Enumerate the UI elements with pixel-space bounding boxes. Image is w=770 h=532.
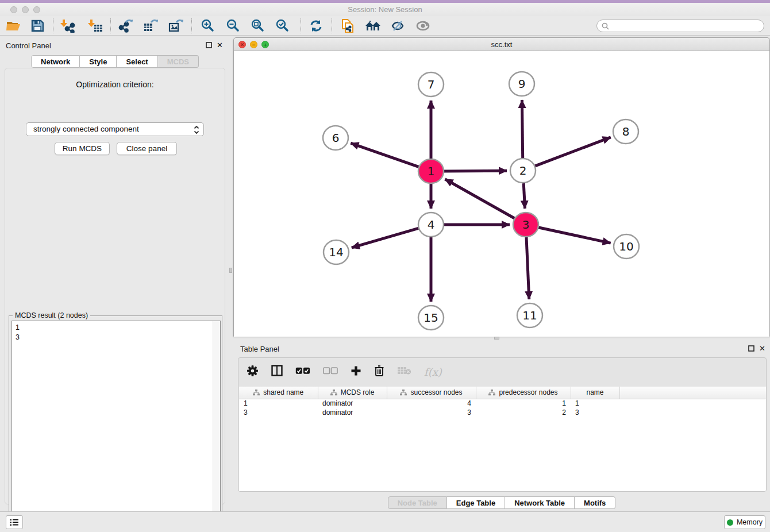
table-header-row: shared name MCDS role successor nodes pr…	[239, 387, 767, 399]
import-network-icon[interactable]	[58, 18, 78, 34]
column-header-name[interactable]: name	[571, 387, 619, 399]
hide-details-icon[interactable]	[388, 18, 407, 34]
optimization-criterion-select[interactable]: strongly connected component	[26, 122, 204, 136]
svg-text:9: 9	[518, 77, 526, 91]
tab-edge-table[interactable]: Edge Table	[447, 496, 505, 509]
toolbar-separator	[301, 18, 301, 33]
mcds-result-box: MCDS result (2 nodes) 1 3	[9, 315, 222, 532]
import-table-icon[interactable]	[86, 18, 105, 34]
settings-gear-icon[interactable]	[247, 365, 259, 379]
open-file-icon[interactable]	[3, 18, 23, 34]
graph-edge-3-10[interactable]	[538, 228, 611, 243]
table-row[interactable]: 1dominator411	[239, 399, 767, 408]
mcds-result-text: 1 3	[16, 323, 20, 342]
toolbar-separator	[191, 18, 192, 33]
graph-node-9[interactable]: 9	[509, 72, 534, 96]
search-input[interactable]	[609, 21, 764, 31]
graph-edge-3-1[interactable]	[445, 179, 514, 219]
memory-button[interactable]: Memory	[724, 515, 765, 529]
svg-text:1: 1	[428, 164, 435, 178]
graph-node-2[interactable]: 2	[510, 159, 536, 183]
graph-node-14[interactable]: 14	[324, 240, 349, 264]
column-header-shared-name[interactable]: shared name	[239, 387, 318, 399]
tab-style[interactable]: Style	[80, 55, 117, 68]
control-panel-title: Control Panel	[6, 41, 51, 50]
refresh-layout-icon[interactable]	[306, 18, 326, 34]
graph-node-7[interactable]: 7	[418, 72, 444, 97]
graph-node-10[interactable]: 10	[614, 234, 639, 259]
graph-edge-1-2[interactable]	[444, 171, 507, 171]
column-layout-icon[interactable]	[271, 365, 283, 379]
function-builder-icon: f(x)	[424, 366, 442, 378]
main-titlebar: Session: New Session	[0, 3, 770, 16]
graph-node-15[interactable]: 15	[418, 306, 444, 330]
vertical-splitter-handle[interactable]	[229, 268, 232, 273]
graph-edge-1-6[interactable]	[351, 143, 419, 167]
optimization-criterion-label: Optimization criterion:	[5, 80, 225, 89]
svg-text:3: 3	[522, 218, 530, 232]
graph-edge-2-8[interactable]	[535, 137, 611, 166]
save-session-icon[interactable]	[28, 18, 47, 34]
column-header-successor-nodes[interactable]: successor nodes	[387, 387, 476, 399]
search-field[interactable]	[596, 20, 764, 32]
network-window-titlebar[interactable]: ✕ − ＋ scc.txt	[234, 38, 769, 51]
graph-edge-2-9[interactable]	[522, 100, 522, 158]
graph-node-3[interactable]: 3	[513, 213, 538, 237]
export-table-icon[interactable]	[141, 18, 160, 34]
table-toolbar: f(x)	[238, 358, 766, 385]
network-canvas[interactable]: 7968124314101511	[234, 51, 769, 337]
tab-network-table[interactable]: Network Table	[505, 496, 575, 509]
graph-node-4[interactable]: 4	[418, 213, 444, 237]
graph-edge-3-11[interactable]	[526, 237, 529, 299]
tab-select[interactable]: Select	[117, 55, 157, 68]
svg-text:15: 15	[424, 311, 438, 325]
tab-motifs[interactable]: Motifs	[575, 496, 615, 509]
table-panel-title: Table Panel	[240, 345, 279, 353]
attribute-icon	[488, 390, 495, 396]
export-image-icon[interactable]	[166, 18, 186, 34]
svg-text:10: 10	[619, 240, 633, 253]
horizontal-splitter-handle[interactable]	[494, 337, 499, 340]
table-row[interactable]: 3dominator323	[239, 408, 767, 417]
node-table[interactable]: shared name MCDS role successor nodes pr…	[239, 387, 767, 492]
graph-node-11[interactable]: 11	[517, 303, 542, 327]
add-row-icon[interactable]	[351, 365, 361, 379]
graph-edge-4-14[interactable]	[352, 228, 419, 248]
zoom-fit-icon[interactable]	[248, 18, 268, 34]
mcds-result-area[interactable]: 1 3	[11, 321, 221, 532]
close-panel-icon[interactable]: ✕	[217, 42, 223, 49]
close-table-panel-icon[interactable]: ✕	[759, 345, 765, 352]
delete-row-icon[interactable]	[374, 365, 384, 379]
float-panel-icon[interactable]	[206, 42, 212, 49]
task-history-button[interactable]	[6, 515, 23, 529]
zoom-in-icon[interactable]	[198, 18, 218, 34]
tab-network[interactable]: Network	[31, 55, 80, 68]
export-network-icon[interactable]	[116, 18, 135, 34]
toolbar-separator	[110, 18, 111, 33]
column-header-predecessor-nodes[interactable]: predecessor nodes	[476, 387, 571, 399]
attribute-icon	[253, 390, 260, 396]
tab-mcds[interactable]: MCDS	[158, 55, 199, 68]
deselect-all-icon[interactable]	[323, 367, 338, 377]
criterion-value: strongly connected component	[33, 125, 139, 133]
run-mcds-button[interactable]: Run MCDS	[55, 142, 110, 155]
graph-node-1[interactable]: 1	[418, 159, 444, 183]
svg-text:4: 4	[428, 218, 435, 232]
show-details-icon[interactable]	[413, 18, 433, 34]
graph-node-8[interactable]: 8	[613, 119, 638, 144]
column-header-mcds-role[interactable]: MCDS role	[318, 387, 387, 399]
close-panel-button[interactable]: Close panel	[117, 142, 177, 155]
duplicate-network-icon[interactable]	[338, 18, 357, 34]
zoom-selected-icon[interactable]	[273, 18, 292, 34]
zoom-out-icon[interactable]	[224, 18, 243, 34]
select-all-icon[interactable]	[295, 367, 310, 377]
graph-node-6[interactable]: 6	[323, 126, 348, 150]
float-table-panel-icon[interactable]	[748, 345, 754, 353]
home-icon[interactable]	[363, 18, 383, 34]
toolbar-separator	[53, 18, 53, 33]
result-scrollbar[interactable]	[213, 321, 220, 531]
column-header-filler	[619, 387, 767, 399]
graph-edge-2-3[interactable]	[523, 183, 525, 209]
tab-node-table[interactable]: Node Table	[388, 496, 447, 509]
network-graph[interactable]: 7968124314101511	[234, 51, 769, 337]
